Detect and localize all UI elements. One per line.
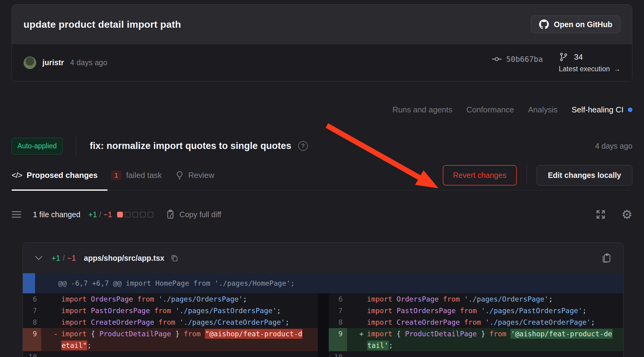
avatar [23,56,36,69]
tab-proposed-changes[interactable]: </> Proposed changes [12,171,98,180]
diff-line: 8import CreateOrderPage from './pages/Cr… [329,316,624,328]
divider [527,166,527,185]
commit-title-section: update product detail import path Open o… [12,5,632,44]
tabs-underline [12,189,632,191]
active-dot-icon [628,108,632,112]
diff-ratio-squares [117,212,153,217]
diff-panes: 6import OrdersPage from './pages/OrdersP… [23,293,623,357]
edit-changes-locally-button[interactable]: Edit changes locally [537,165,632,186]
chevron-down-icon[interactable] [34,255,43,261]
diff-left-pane: 6import OrdersPage from './pages/OrdersP… [23,293,318,357]
nav-analysis[interactable]: Analysis [528,105,558,115]
copy-full-diff-label: Copy full diff [180,210,221,219]
deletions-count: −1 [103,210,112,219]
fix-title: fix: normalize import quotes to single q… [90,140,291,151]
author-name: juristr [42,58,64,67]
diff-line: 7import PastOrdersPage from './pages/Pas… [329,305,624,316]
nav-runs-and-agents[interactable]: Runs and agents [392,105,453,115]
code-icon: </> [12,171,22,180]
open-on-github-button[interactable]: Open on GitHub [531,16,621,33]
ratio-square [117,212,123,217]
diff-line: 7import PastOrdersPage from './pages/Pas… [23,305,318,316]
help-icon[interactable]: ? [298,141,308,151]
file-stat-separator: / [63,254,65,263]
workspace-nav: Runs and agents Conformance Analysis Sel… [12,105,632,115]
diff-hunk-header: @@ -6,7 +6,7 @@ import HomePage from './… [23,273,623,293]
tab-review[interactable]: Review [175,171,214,180]
latest-execution-link[interactable]: Latest execution → [559,65,621,73]
commit-hash-group[interactable]: 50b667ba [492,54,543,64]
copy-path-icon[interactable] [170,254,178,262]
divider [76,136,76,156]
ratio-square [125,212,131,217]
fix-time-ago: 4 days ago [595,142,632,150]
file-path: apps/shop/src/app.tsx [84,254,164,263]
stat-separator: / [99,210,101,219]
open-on-github-label: Open on GitHub [554,20,612,29]
diff-line: 6import OrdersPage from './pages/OrdersP… [329,293,624,305]
diff-stats: +1 / −1 [88,210,112,219]
copy-file-diff-icon[interactable] [601,253,612,263]
diff-right-pane: 6import OrdersPage from './pages/OrdersP… [329,293,624,357]
failed-count-badge: 1 [111,171,121,180]
commit-meta-section: juristr 4 days ago 50b667ba [12,44,632,81]
file-list-menu-icon[interactable] [12,211,21,218]
file-diff-card: +1 / −1 apps/shop/src/app.tsx [23,242,624,357]
ratio-square [140,212,146,217]
tabs-row: </> Proposed changes 1 failed task Revie… [12,165,632,186]
tab-proposed-changes-label: Proposed changes [27,171,98,180]
nav-self-healing-ci[interactable]: Self-healing CI [571,105,632,115]
commit-meta: 50b667ba 34 [492,52,621,73]
self-healing-ci-page: update product detail import path Open o… [0,0,644,357]
latest-execution-label: Latest execution [559,65,610,73]
author-group: juristr 4 days ago [23,56,107,69]
file-additions: +1 [52,254,60,263]
commit-icon [492,54,502,64]
commit-time-ago: 4 days ago [70,58,107,67]
branch-group[interactable]: 34 [559,52,583,62]
git-branch-icon [559,52,568,62]
diff-toolbar: 1 file changed +1 / −1 Copy full diff [12,208,632,221]
diff-line: 9+import { ProductDetailPage } from '@ai… [329,328,624,351]
commit-hash: 50b667ba [506,55,543,64]
pane-divider [318,293,329,357]
file-deletions: −1 [67,254,76,263]
nav-self-healing-ci-label: Self-healing CI [571,105,624,115]
tab-failed-task[interactable]: 1 failed task [111,171,162,180]
file-diff-header: +1 / −1 apps/shop/src/app.tsx [23,243,623,273]
file-diff-stats: +1 / −1 [52,254,76,263]
ratio-square [148,212,153,217]
hunk-gutter-block [23,273,35,293]
settings-gear-icon[interactable]: ⚙ [621,208,632,221]
diff-line: 6import OrdersPage from './pages/OrdersP… [23,293,318,305]
fix-actions: Revert changes Edit changes locally [443,165,632,186]
diff-line: 9-import { ProductDetailPage } from "@ai… [23,328,318,351]
branch-count: 34 [574,52,583,62]
fix-header-row: Auto-applied fix: normalize import quote… [12,136,632,156]
commit-header-card: update product detail import path Open o… [12,4,632,81]
ratio-square [132,212,138,217]
github-icon [539,19,549,29]
additions-count: +1 [88,210,97,219]
files-changed-label: 1 file changed [33,210,80,219]
arrow-right-icon: → [614,65,621,73]
clipboard-icon [166,210,175,219]
lightbulb-icon [175,171,184,180]
diff-line: 8import CreateOrderPage from './pages/Cr… [23,316,318,328]
auto-applied-badge: Auto-applied [12,138,63,154]
copy-full-diff-button[interactable]: Copy full diff [166,210,221,219]
revert-changes-button[interactable]: Revert changes [443,165,517,186]
hunk-text: @@ -6,7 +6,7 @@ import HomePage from './… [58,279,295,287]
diff-line: 10 [329,351,624,357]
page-title: update product detail import path [23,19,181,30]
execution-group: 34 Latest execution → [559,52,621,73]
nav-conformance[interactable]: Conformance [467,105,514,115]
tab-review-label: Review [188,171,214,180]
diff-line: 10 [23,351,318,357]
active-tab-indicator [12,189,108,191]
fullscreen-icon[interactable] [595,209,606,220]
tab-failed-task-label: failed task [126,171,162,180]
